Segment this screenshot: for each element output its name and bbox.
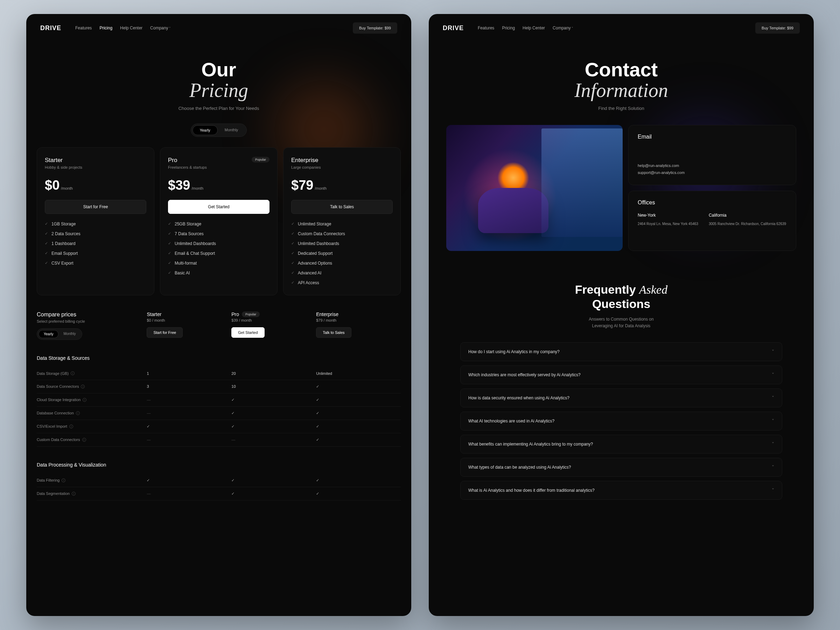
- compare-cta-button[interactable]: Talk to Sales: [316, 327, 351, 338]
- contact-hero: Contact Information Find the Right Solut…: [429, 60, 814, 111]
- faq-subtitle: Answers to Common Questions onLeveraging…: [429, 316, 814, 329]
- info-icon[interactable]: i: [81, 385, 85, 388]
- info-icon[interactable]: i: [71, 371, 74, 375]
- plan-feature: ✓Advanced Options: [291, 261, 393, 266]
- check-icon: ✓: [316, 478, 319, 482]
- buy-template-button[interactable]: Buy Template: $99: [755, 22, 800, 33]
- check-icon: ✓: [168, 241, 171, 246]
- nav: Features Pricing Help Center Company˅: [478, 25, 573, 30]
- table-row: Data Storage (GB)i 120Unlimited: [37, 367, 401, 380]
- cell-value: 1: [147, 371, 231, 376]
- faq-item[interactable]: What is Ai Analytics and how does it dif…: [460, 481, 782, 500]
- check-icon: ✓: [231, 424, 235, 428]
- check-icon: ✓: [316, 491, 319, 496]
- contact-page: DRIVE Features Pricing Help Center Compa…: [429, 14, 814, 616]
- plan-name: Enterprise: [291, 157, 321, 164]
- faq-question: How is data security ensured when using …: [468, 395, 570, 400]
- buy-template-button[interactable]: Buy Template: $99: [353, 22, 397, 33]
- toggle-yearly[interactable]: Yearly: [193, 125, 218, 135]
- chevron-down-icon: ˅: [772, 372, 774, 377]
- plan-price: $0/month: [45, 178, 146, 193]
- plan-cta-button[interactable]: Talk to Sales: [291, 200, 393, 214]
- offices-card: Offices New-York 2464 Royal Ln. Mesa, Ne…: [628, 191, 796, 251]
- check-icon: ✓: [316, 384, 319, 388]
- plan-card-pro: Pro Freelancers & startups Popular $39/m…: [160, 147, 278, 295]
- nav: Features Pricing Help Center Company˅: [75, 25, 171, 30]
- nav-features[interactable]: Features: [478, 25, 494, 30]
- info-icon[interactable]: i: [76, 411, 80, 415]
- compare-col-starter: Starter $0 / month Start for Free: [147, 311, 231, 340]
- faq-item[interactable]: How is data security ensured when using …: [460, 388, 782, 407]
- compare-cta-button[interactable]: Get Started: [231, 327, 264, 338]
- info-icon[interactable]: i: [82, 438, 86, 442]
- check-icon: ✓: [291, 280, 294, 285]
- nav-help-center[interactable]: Help Center: [523, 25, 545, 30]
- info-icon[interactable]: i: [83, 398, 87, 402]
- faq-item[interactable]: How do I start using Ai Analytics in my …: [460, 342, 782, 361]
- toggle-yearly[interactable]: Yearly: [38, 330, 58, 338]
- table-row: Data Source Connectorsi 310✓: [37, 380, 401, 393]
- compare-cta-button[interactable]: Start for Free: [147, 327, 183, 338]
- offices-card-title: Offices: [638, 199, 787, 206]
- info-icon[interactable]: i: [69, 425, 73, 428]
- plan-features: ✓Unlimited Storage✓Custom Data Connector…: [291, 221, 393, 285]
- faq-question: What AI technologies are used in Ai Anal…: [468, 418, 554, 423]
- cell-check: ✓: [316, 411, 401, 415]
- table-row: Database Connectioni —✓✓: [37, 407, 401, 420]
- plan-cta-button[interactable]: Get Started: [168, 200, 270, 214]
- header: DRIVE Features Pricing Help Center Compa…: [26, 14, 411, 42]
- cell-value: Unlimited: [316, 371, 401, 376]
- faq-question: Which industries are most effectively se…: [468, 373, 581, 377]
- plan-feature: ✓Advanced AI: [291, 270, 393, 275]
- cell-check: ✓: [316, 424, 401, 429]
- contact-cards: Email help@run-analytics.com support@run…: [429, 111, 814, 251]
- section-heading: Data Processing & Visualization: [37, 462, 401, 467]
- nav-company[interactable]: Company˅: [150, 25, 171, 30]
- logo[interactable]: DRIVE: [443, 25, 464, 32]
- nav-company[interactable]: Company˅: [553, 25, 573, 30]
- faq-item[interactable]: Which industries are most effectively se…: [460, 365, 782, 384]
- header: DRIVE Features Pricing Help Center Compa…: [429, 14, 814, 42]
- faq-item[interactable]: What benefits can implementing Ai Analyt…: [460, 435, 782, 453]
- row-label: Data Segmentationi: [37, 491, 147, 496]
- plan-tagline: Freelancers & startups: [168, 165, 207, 169]
- nav-pricing[interactable]: Pricing: [502, 25, 515, 30]
- check-icon: ✓: [45, 241, 48, 246]
- plan-feature: ✓1 Dashboard: [45, 241, 146, 246]
- compare-plan-price: $0 / month: [147, 318, 231, 322]
- compare-plan-name: Enterprise: [316, 311, 338, 317]
- check-icon: ✓: [291, 241, 294, 246]
- plan-features: ✓25GB Storage✓7 Data Sources✓Unlimited D…: [168, 221, 270, 275]
- plan-cta-button[interactable]: Start for Free: [45, 200, 146, 214]
- faq-item[interactable]: What types of data can be analyzed using…: [460, 458, 782, 477]
- row-label: Database Connectioni: [37, 411, 147, 415]
- compare-title: Compare prices: [37, 311, 147, 318]
- cell-check: ✓: [147, 424, 231, 429]
- nav-pricing[interactable]: Pricing: [99, 25, 112, 30]
- plan-name: Pro: [168, 157, 207, 164]
- nav-features[interactable]: Features: [75, 25, 92, 30]
- plan-feature: ✓Multi-format: [168, 261, 270, 266]
- cell-check: ✓: [316, 398, 401, 402]
- popular-badge: Popular: [242, 311, 260, 317]
- email-support[interactable]: support@run-analytics.com: [638, 169, 787, 177]
- compare-section: Compare prices Select preferred billing …: [26, 295, 411, 501]
- cell-check: ✓: [231, 398, 316, 402]
- row-label: Cloud Storage Integrationi: [37, 398, 147, 402]
- chevron-down-icon: ˅: [572, 27, 573, 30]
- info-icon[interactable]: i: [72, 492, 76, 496]
- info-icon[interactable]: i: [62, 478, 65, 482]
- row-label: Data Source Connectorsi: [37, 384, 147, 388]
- compare-col-pro: ProPopular $39 / month Get Started: [231, 311, 316, 340]
- toggle-monthly[interactable]: Monthly: [218, 125, 245, 135]
- logo[interactable]: DRIVE: [40, 25, 61, 32]
- office-ny: New-York 2464 Royal Ln. Mesa, New York 4…: [638, 213, 698, 227]
- plan-price: $39/month: [168, 178, 270, 193]
- check-icon: ✓: [316, 398, 319, 402]
- plan-feature: ✓Unlimited Storage: [291, 221, 393, 226]
- toggle-monthly[interactable]: Monthly: [58, 330, 81, 338]
- check-icon: ✓: [291, 231, 294, 236]
- email-help[interactable]: help@run-analytics.com: [638, 163, 787, 169]
- faq-item[interactable]: What AI technologies are used in Ai Anal…: [460, 412, 782, 431]
- nav-help-center[interactable]: Help Center: [120, 25, 142, 30]
